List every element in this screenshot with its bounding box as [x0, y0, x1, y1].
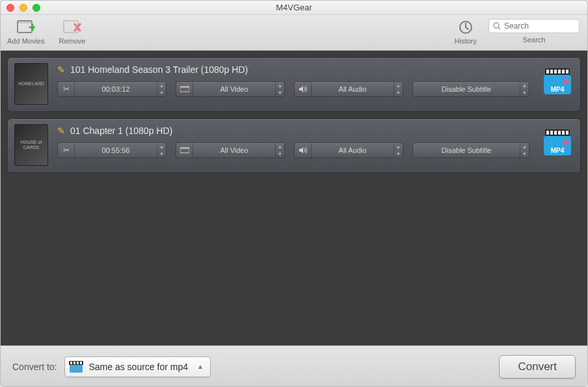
subtitle-stepper[interactable]: ▲▼	[520, 143, 529, 157]
svg-rect-1	[18, 21, 32, 23]
svg-rect-28	[70, 362, 72, 364]
svg-rect-13	[562, 70, 565, 73]
history-button[interactable]: History	[455, 19, 477, 45]
movie-thumbnail: HOMELAND	[14, 63, 48, 105]
svg-rect-11	[554, 70, 557, 73]
svg-rect-20	[550, 131, 553, 135]
window-title: M4VGear	[276, 3, 312, 12]
dropdown-arrow-icon: ▲	[197, 363, 204, 370]
svg-point-4	[494, 23, 499, 28]
convert-to-label: Convert to:	[12, 362, 57, 372]
close-window-button[interactable]	[7, 4, 14, 12]
svg-rect-26	[70, 364, 83, 373]
video-icon	[176, 82, 193, 96]
svg-rect-10	[550, 70, 553, 73]
movie-thumbnail: HOUSE of CARDS	[14, 124, 48, 166]
add-movies-button[interactable]: Add Movies	[7, 18, 44, 45]
scissors-icon: ✂	[58, 82, 75, 96]
svg-rect-12	[558, 70, 561, 73]
format-text: MP4	[551, 86, 565, 93]
history-label: History	[455, 37, 477, 45]
search-input-wrapper[interactable]	[488, 19, 580, 33]
search-icon	[493, 22, 501, 30]
remove-label: Remove	[59, 37, 85, 45]
search-input[interactable]	[504, 21, 575, 31]
toolbar: Add Movies Remove History	[1, 15, 587, 51]
svg-rect-31	[80, 362, 82, 364]
audio-track-control[interactable]: All Audio ▲▼	[294, 81, 403, 97]
svg-rect-30	[77, 362, 79, 364]
format-text: MP4	[551, 147, 565, 154]
svg-rect-17	[180, 148, 189, 149]
audio-icon	[295, 143, 312, 157]
audio-stepper[interactable]: ▲▼	[394, 82, 403, 96]
video-stepper[interactable]: ▲▼	[275, 143, 284, 157]
duration-stepper[interactable]: ▲▼	[157, 143, 166, 157]
subtitle-control[interactable]: Disable Subtitle ▲▼	[412, 142, 529, 158]
audio-track-control[interactable]: All Audio ▲▼	[294, 142, 403, 158]
titlebar: M4VGear	[1, 1, 587, 15]
remove-icon	[62, 18, 82, 36]
window-controls	[7, 4, 40, 12]
svg-rect-23	[562, 131, 565, 135]
movie-title: 01 Chapter 1 (1080p HD)	[70, 126, 172, 136]
video-icon	[176, 143, 193, 157]
minimize-window-button[interactable]	[20, 4, 27, 12]
scissors-icon: ✂	[58, 143, 75, 157]
svg-rect-21	[554, 131, 557, 135]
audio-value: All Audio	[312, 146, 394, 154]
search-label: Search	[523, 36, 546, 44]
movie-title: 101 Homeland Season 3 Trailer (1080p HD)	[70, 64, 248, 75]
clapper-icon	[69, 360, 83, 373]
video-stepper[interactable]: ▲▼	[275, 82, 284, 96]
duration-stepper[interactable]: ▲▼	[157, 82, 166, 96]
output-format-badge[interactable]: MP4	[542, 67, 572, 97]
audio-stepper[interactable]: ▲▼	[394, 143, 403, 157]
video-value: All Video	[193, 85, 275, 93]
duration-control[interactable]: ✂ 00:55:56 ▲▼	[57, 142, 167, 158]
video-track-control[interactable]: All Video ▲▼	[176, 81, 285, 97]
output-format-badge[interactable]: MP4	[542, 128, 572, 158]
remove-button[interactable]: Remove	[59, 18, 85, 45]
svg-rect-9	[546, 70, 549, 73]
audio-value: All Audio	[312, 85, 394, 93]
svg-line-5	[498, 27, 500, 29]
duration-value: 00:55:56	[75, 146, 157, 154]
output-format-value: Same as source for mp4	[88, 362, 188, 372]
video-track-control[interactable]: All Video ▲▼	[176, 142, 285, 158]
audio-icon	[295, 82, 312, 96]
add-movies-label: Add Movies	[7, 37, 44, 45]
edit-title-icon[interactable]: ✎	[57, 126, 65, 136]
subtitle-value: Disable Subtitle	[413, 146, 520, 154]
duration-control[interactable]: ✂ 00:03:12 ▲▼	[57, 81, 167, 97]
subtitle-control[interactable]: Disable Subtitle ▲▼	[412, 81, 529, 97]
svg-rect-7	[180, 87, 189, 88]
svg-rect-24	[566, 131, 568, 135]
svg-rect-14	[566, 70, 568, 73]
footer: Convert to: Same as source for mp4 ▲ Con…	[1, 345, 587, 387]
svg-rect-29	[74, 362, 75, 364]
movie-list: HOMELAND ✎ 101 Homeland Season 3 Trailer…	[1, 51, 587, 345]
movie-item[interactable]: HOUSE of CARDS ✎ 01 Chapter 1 (1080p HD)…	[7, 118, 581, 173]
subtitle-value: Disable Subtitle	[413, 85, 520, 93]
history-icon	[457, 19, 474, 36]
duration-value: 00:03:12	[75, 85, 157, 93]
add-movies-icon	[16, 18, 36, 36]
convert-button[interactable]: Convert	[499, 355, 576, 379]
output-format-selector[interactable]: Same as source for mp4 ▲	[64, 356, 210, 377]
subtitle-stepper[interactable]: ▲▼	[520, 82, 529, 96]
movie-item[interactable]: HOMELAND ✎ 101 Homeland Season 3 Trailer…	[7, 57, 581, 112]
video-value: All Video	[193, 146, 275, 154]
edit-title-icon[interactable]: ✎	[57, 64, 65, 75]
svg-rect-19	[546, 131, 549, 135]
svg-rect-22	[558, 131, 561, 135]
zoom-window-button[interactable]	[33, 4, 40, 12]
